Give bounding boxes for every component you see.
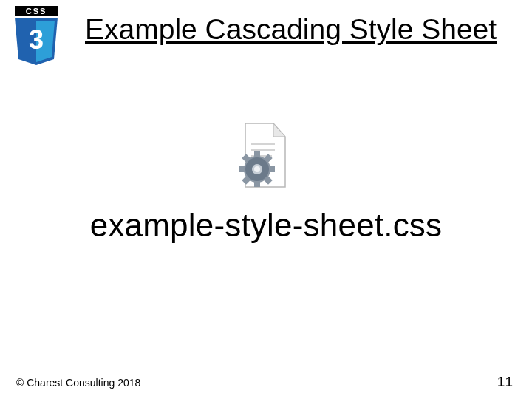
svg-text:CSS: CSS	[26, 7, 47, 16]
svg-rect-13	[239, 166, 245, 172]
page-title: Example Cascading Style Sheet	[85, 13, 497, 46]
page-number: 11	[497, 374, 513, 390]
css-file-icon	[238, 122, 291, 190]
svg-point-21	[254, 166, 260, 172]
css3-logo-icon: CSS 3	[10, 6, 62, 66]
svg-text:3: 3	[29, 24, 44, 55]
svg-marker-6	[273, 123, 285, 137]
svg-rect-11	[254, 151, 260, 157]
footer-copyright: © Charest Consulting 2018	[16, 377, 140, 389]
svg-rect-14	[269, 166, 275, 172]
file-name-label: example-style-sheet.css	[0, 207, 532, 244]
svg-rect-12	[254, 181, 260, 187]
